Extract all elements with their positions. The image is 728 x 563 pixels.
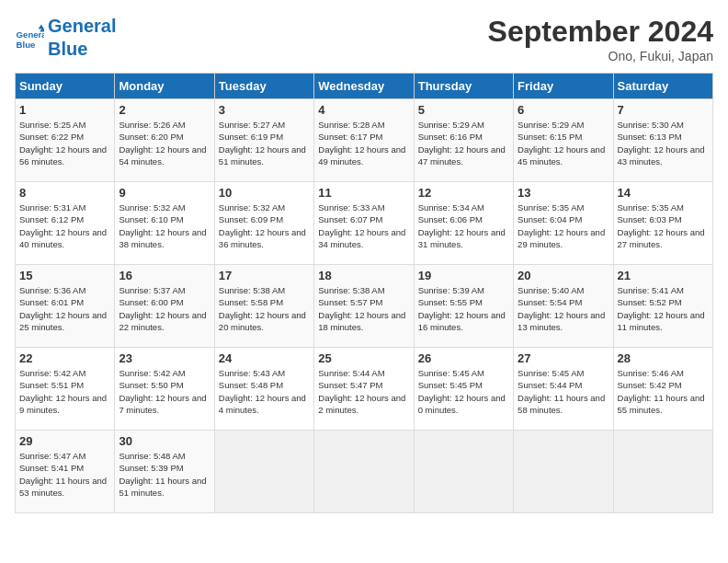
day-number: 21 — [618, 269, 709, 282]
day-number: 23 — [119, 351, 210, 365]
calendar-cell: 30Sunrise: 5:48 AM Sunset: 5:39 PM Dayli… — [115, 431, 214, 513]
day-detail: Sunrise: 5:38 AM Sunset: 5:57 PM Dayligh… — [318, 284, 409, 333]
day-detail: Sunrise: 5:42 AM Sunset: 5:50 PM Dayligh… — [119, 367, 210, 416]
day-detail: Sunrise: 5:26 AM Sunset: 6:20 PM Dayligh… — [119, 119, 210, 167]
svg-text:Blue: Blue — [17, 40, 36, 50]
week-row-4: 22Sunrise: 5:42 AM Sunset: 5:51 PM Dayli… — [16, 348, 713, 431]
day-detail: Sunrise: 5:29 AM Sunset: 6:15 PM Dayligh… — [518, 119, 609, 167]
day-number: 16 — [119, 269, 210, 282]
calendar-cell: 20Sunrise: 5:40 AM Sunset: 5:54 PM Dayli… — [514, 265, 613, 348]
day-detail: Sunrise: 5:34 AM Sunset: 6:06 PM Dayligh… — [418, 201, 509, 250]
day-detail: Sunrise: 5:42 AM Sunset: 5:51 PM Dayligh… — [19, 367, 110, 416]
day-detail: Sunrise: 5:39 AM Sunset: 5:55 PM Dayligh… — [418, 284, 509, 333]
calendar-cell: 6Sunrise: 5:29 AM Sunset: 6:15 PM Daylig… — [514, 99, 613, 182]
day-number: 24 — [219, 351, 310, 365]
day-detail: Sunrise: 5:30 AM Sunset: 6:13 PM Dayligh… — [618, 119, 709, 167]
day-number: 8 — [19, 186, 110, 200]
calendar-cell: 4Sunrise: 5:28 AM Sunset: 6:17 PM Daylig… — [314, 99, 414, 182]
calendar-cell: 8Sunrise: 5:31 AM Sunset: 6:12 PM Daylig… — [16, 182, 115, 265]
week-row-1: 1Sunrise: 5:25 AM Sunset: 6:22 PM Daylig… — [16, 99, 713, 182]
calendar-cell — [414, 431, 513, 513]
day-number: 9 — [119, 186, 210, 200]
column-header-saturday: Saturday — [613, 74, 712, 99]
calendar-cell: 19Sunrise: 5:39 AM Sunset: 5:55 PM Dayli… — [414, 265, 513, 348]
week-row-5: 29Sunrise: 5:47 AM Sunset: 5:41 PM Dayli… — [16, 431, 713, 513]
day-detail: Sunrise: 5:47 AM Sunset: 5:41 PM Dayligh… — [19, 450, 110, 499]
column-header-tuesday: Tuesday — [214, 74, 313, 99]
calendar-cell: 18Sunrise: 5:38 AM Sunset: 5:57 PM Dayli… — [314, 265, 414, 348]
day-detail: Sunrise: 5:40 AM Sunset: 5:54 PM Dayligh… — [518, 284, 609, 333]
calendar-cell — [514, 431, 613, 513]
day-number: 27 — [518, 351, 609, 365]
day-number: 6 — [518, 103, 609, 117]
day-number: 15 — [19, 269, 110, 282]
calendar-body: 1Sunrise: 5:25 AM Sunset: 6:22 PM Daylig… — [16, 99, 713, 513]
calendar-cell: 25Sunrise: 5:44 AM Sunset: 5:47 PM Dayli… — [314, 348, 414, 431]
calendar-cell: 24Sunrise: 5:43 AM Sunset: 5:48 PM Dayli… — [214, 348, 313, 431]
calendar-cell: 2Sunrise: 5:26 AM Sunset: 6:20 PM Daylig… — [115, 99, 214, 182]
column-header-sunday: Sunday — [16, 74, 115, 99]
day-detail: Sunrise: 5:43 AM Sunset: 5:48 PM Dayligh… — [219, 367, 310, 416]
day-detail: Sunrise: 5:48 AM Sunset: 5:39 PM Dayligh… — [119, 450, 210, 499]
day-number: 30 — [119, 434, 210, 448]
month-title: September 2024 — [488, 15, 713, 49]
calendar-cell — [613, 431, 712, 513]
column-header-friday: Friday — [514, 74, 613, 99]
calendar-table: SundayMondayTuesdayWednesdayThursdayFrid… — [15, 73, 713, 513]
day-detail: Sunrise: 5:33 AM Sunset: 6:07 PM Dayligh… — [318, 201, 409, 250]
title-block: September 2024 Ono, Fukui, Japan — [488, 15, 713, 63]
day-detail: Sunrise: 5:25 AM Sunset: 6:22 PM Dayligh… — [19, 119, 110, 167]
day-number: 25 — [318, 351, 409, 365]
day-detail: Sunrise: 5:27 AM Sunset: 6:19 PM Dayligh… — [219, 119, 310, 167]
day-number: 2 — [119, 103, 210, 117]
day-number: 5 — [418, 103, 509, 117]
week-row-2: 8Sunrise: 5:31 AM Sunset: 6:12 PM Daylig… — [16, 182, 713, 265]
day-number: 26 — [418, 351, 509, 365]
day-detail: Sunrise: 5:45 AM Sunset: 5:44 PM Dayligh… — [518, 367, 609, 416]
location: Ono, Fukui, Japan — [488, 49, 713, 63]
calendar-cell: 13Sunrise: 5:35 AM Sunset: 6:04 PM Dayli… — [514, 182, 613, 265]
calendar-cell: 3Sunrise: 5:27 AM Sunset: 6:19 PM Daylig… — [214, 99, 313, 182]
calendar-cell: 5Sunrise: 5:29 AM Sunset: 6:16 PM Daylig… — [414, 99, 513, 182]
day-number: 19 — [418, 269, 509, 282]
column-header-wednesday: Wednesday — [314, 74, 414, 99]
column-header-thursday: Thursday — [414, 74, 513, 99]
calendar-cell: 7Sunrise: 5:30 AM Sunset: 6:13 PM Daylig… — [613, 99, 712, 182]
day-number: 29 — [19, 434, 110, 448]
calendar-cell: 26Sunrise: 5:45 AM Sunset: 5:45 PM Dayli… — [414, 348, 513, 431]
day-detail: Sunrise: 5:36 AM Sunset: 6:01 PM Dayligh… — [19, 284, 110, 333]
calendar-cell: 1Sunrise: 5:25 AM Sunset: 6:22 PM Daylig… — [16, 99, 115, 182]
day-detail: Sunrise: 5:41 AM Sunset: 5:52 PM Dayligh… — [618, 284, 709, 333]
calendar-cell: 15Sunrise: 5:36 AM Sunset: 6:01 PM Dayli… — [16, 265, 115, 348]
day-number: 1 — [19, 103, 110, 117]
calendar-cell: 14Sunrise: 5:35 AM Sunset: 6:03 PM Dayli… — [613, 182, 712, 265]
svg-marker-2 — [39, 24, 44, 29]
calendar-cell: 23Sunrise: 5:42 AM Sunset: 5:50 PM Dayli… — [115, 348, 214, 431]
logo: General Blue General Blue — [15, 15, 116, 60]
calendar-cell: 12Sunrise: 5:34 AM Sunset: 6:06 PM Dayli… — [414, 182, 513, 265]
column-header-monday: Monday — [115, 74, 214, 99]
day-number: 17 — [219, 269, 310, 282]
day-detail: Sunrise: 5:46 AM Sunset: 5:42 PM Dayligh… — [618, 367, 709, 416]
day-detail: Sunrise: 5:35 AM Sunset: 6:03 PM Dayligh… — [618, 201, 709, 250]
calendar-cell: 16Sunrise: 5:37 AM Sunset: 6:00 PM Dayli… — [115, 265, 214, 348]
calendar-cell: 21Sunrise: 5:41 AM Sunset: 5:52 PM Dayli… — [613, 265, 712, 348]
calendar-cell: 17Sunrise: 5:38 AM Sunset: 5:58 PM Dayli… — [214, 265, 313, 348]
day-number: 3 — [219, 103, 310, 117]
day-number: 28 — [618, 351, 709, 365]
day-number: 13 — [518, 186, 609, 200]
day-detail: Sunrise: 5:38 AM Sunset: 5:58 PM Dayligh… — [219, 284, 310, 333]
day-number: 11 — [318, 186, 409, 200]
day-detail: Sunrise: 5:32 AM Sunset: 6:10 PM Dayligh… — [119, 201, 210, 250]
calendar-cell — [214, 431, 313, 513]
calendar-header-row: SundayMondayTuesdayWednesdayThursdayFrid… — [16, 74, 713, 99]
day-number: 7 — [618, 103, 709, 117]
day-detail: Sunrise: 5:45 AM Sunset: 5:45 PM Dayligh… — [418, 367, 509, 416]
day-number: 20 — [518, 269, 609, 282]
calendar-cell — [314, 431, 414, 513]
day-number: 4 — [318, 103, 409, 117]
day-detail: Sunrise: 5:32 AM Sunset: 6:09 PM Dayligh… — [219, 201, 310, 250]
day-number: 22 — [19, 351, 110, 365]
day-number: 12 — [418, 186, 509, 200]
day-number: 18 — [318, 269, 409, 282]
